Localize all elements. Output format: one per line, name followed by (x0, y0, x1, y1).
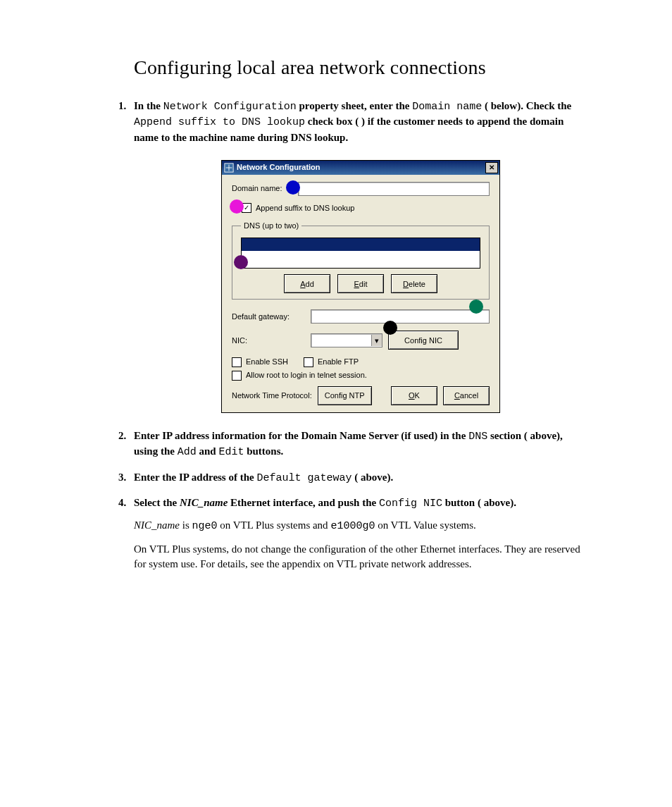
callout-dot-dns (234, 255, 248, 269)
callout-dot-nic (383, 321, 397, 335)
allow-root-label: Allow root to login in telnet session. (246, 370, 367, 381)
callout-dot-gateway (469, 300, 483, 314)
nic-combobox[interactable]: ▾ (311, 333, 382, 347)
dns-legend: DNS (up to two) (241, 221, 301, 231)
gateway-label: Default gateway: (232, 312, 311, 322)
step-3: 3. Enter the IP address of the Default g… (134, 470, 587, 486)
ntp-label: Network Time Protocol: (232, 390, 312, 401)
step-2: 2. Enter IP address information for the … (134, 429, 587, 460)
vtl-plus-note: On VTL Plus systems, do not change the c… (134, 542, 587, 571)
enable-ftp-checkbox[interactable] (304, 357, 313, 367)
delete-button[interactable]: Delete (391, 274, 437, 293)
step-number: 2. (118, 429, 126, 443)
chevron-down-icon: ▾ (371, 335, 382, 346)
nic-label: NIC: (232, 335, 311, 346)
enable-ssh-label: Enable SSH (246, 357, 288, 367)
dns-list-selection[interactable] (242, 238, 480, 251)
step-number: 3. (118, 470, 126, 484)
cancel-button[interactable]: Cancel (443, 386, 490, 405)
domain-name-input[interactable] (298, 182, 490, 196)
step-number: 4. (118, 495, 126, 510)
step-4: 4. Select the NIC_name Ethernet interfac… (134, 495, 587, 571)
page-title: Configuring local area network connectio… (134, 56, 587, 79)
enable-ftp-label: Enable FTP (318, 357, 359, 367)
add-button[interactable]: Add (284, 274, 330, 293)
ok-button[interactable]: OK (391, 386, 437, 405)
nic-name-note: NIC_name is nge0 on VTL Plus systems and… (134, 518, 587, 534)
edit-button[interactable]: Edit (337, 274, 384, 293)
dialog-title: Network Configuration (237, 162, 321, 173)
gateway-input[interactable] (311, 309, 490, 324)
app-icon (224, 163, 234, 173)
step-number: 1. (118, 99, 126, 113)
enable-ssh-checkbox[interactable] (232, 357, 242, 367)
callout-dot-domain (286, 180, 300, 195)
config-nic-button[interactable]: Config NIC (388, 331, 459, 350)
allow-root-checkbox[interactable] (232, 371, 242, 381)
callout-dot-append (230, 199, 244, 214)
network-config-dialog: Network Configuration ✕ Domain name: App… (221, 160, 500, 413)
step-1: 1. In the Network Configuration property… (134, 99, 587, 413)
append-suffix-label: Append suffix to DNS lookup (256, 203, 354, 214)
dns-group: DNS (up to two) Add Edit Delete (232, 221, 490, 300)
dns-listbox[interactable] (241, 238, 480, 269)
close-button[interactable]: ✕ (485, 162, 498, 173)
dialog-titlebar[interactable]: Network Configuration ✕ (222, 161, 499, 175)
config-ntp-button[interactable]: Config NTP (318, 386, 372, 405)
